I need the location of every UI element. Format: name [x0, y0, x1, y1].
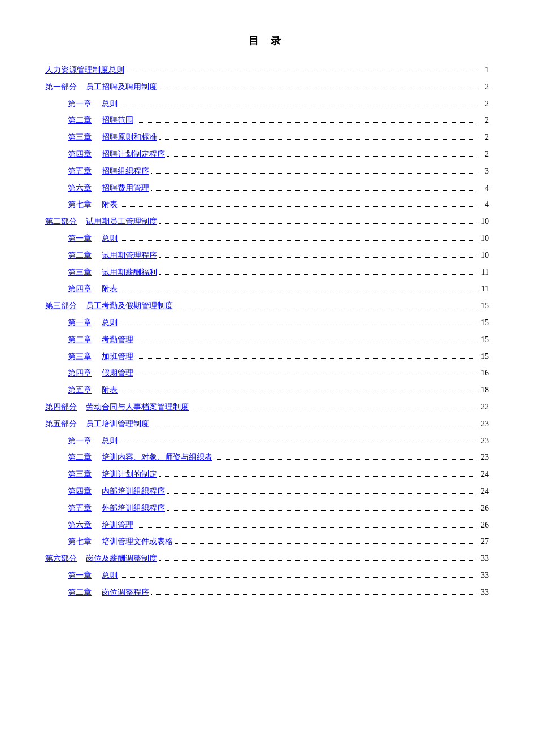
toc-entry-title[interactable]: 招聘费用管理: [102, 182, 149, 195]
list-item: 第二章岗位调整程序33: [45, 586, 489, 599]
page: 目 录 人力资源管理制度总则1第一部分员工招聘及聘用制度2第一章总则2第二章招聘…: [0, 0, 534, 756]
list-item: 第四部分劳动合同与人事档案管理制度22: [45, 400, 489, 414]
toc-section-label[interactable]: 第七章: [68, 198, 97, 211]
toc-entry-title[interactable]: 加班管理: [102, 350, 133, 364]
toc-section-label[interactable]: 第一章: [68, 232, 97, 245]
toc-page-number: 2: [477, 97, 489, 111]
toc-page-number: 11: [477, 266, 489, 279]
toc-section-label[interactable]: 第二章: [68, 333, 97, 347]
toc-section-label[interactable]: 第一章: [68, 97, 97, 111]
list-item: 人力资源管理制度总则1: [45, 63, 489, 77]
list-item: 第二章试用期管理程序10: [45, 249, 489, 262]
list-item: 第六部分岗位及薪酬调整制度33: [45, 552, 489, 565]
toc-entry-title[interactable]: 总则: [102, 434, 118, 448]
toc-section-label[interactable]: 第六部分: [45, 552, 81, 565]
toc-section-label[interactable]: 第三部分: [45, 299, 81, 313]
toc-page-number: 24: [477, 468, 489, 481]
toc-entry-title[interactable]: 假期管理: [102, 366, 133, 380]
toc-entry-title[interactable]: 试用期管理程序: [102, 249, 157, 262]
toc-dots: [151, 190, 475, 191]
toc-section-label[interactable]: 第四章: [68, 148, 97, 161]
toc-entry-title[interactable]: 外部培训组织程序: [102, 502, 165, 515]
toc-section-label[interactable]: 第四章: [68, 485, 97, 498]
toc-entry-title[interactable]: 总则: [102, 316, 118, 330]
toc-section-label[interactable]: 第二章: [68, 114, 97, 127]
list-item: 第六章招聘费用管理4: [45, 182, 489, 195]
toc-section-label[interactable]: 第一部分: [45, 80, 81, 94]
toc-entry-title[interactable]: 招聘组织程序: [102, 165, 149, 178]
toc-entry-title[interactable]: 附表: [102, 282, 118, 296]
toc-entry-title[interactable]: 员工培训管理制度: [86, 417, 149, 431]
toc-entry-title[interactable]: 培训管理: [102, 519, 133, 532]
toc-dots: [120, 577, 475, 578]
list-item: 第七章附表4: [45, 198, 489, 211]
toc-page-number: 4: [477, 182, 489, 195]
toc-section-label[interactable]: 第七章: [68, 535, 97, 548]
toc-entry-title[interactable]: 试用期薪酬福利: [102, 266, 157, 279]
toc-page-number: 2: [477, 131, 489, 144]
toc-page-number: 15: [477, 316, 489, 330]
toc-entry-title[interactable]: 岗位调整程序: [102, 586, 149, 599]
toc-page-number: 33: [477, 586, 489, 599]
toc-page-number: 23: [477, 434, 489, 448]
toc-entry-title[interactable]: 附表: [102, 198, 118, 211]
toc-section-label[interactable]: 第五章: [68, 165, 97, 178]
toc-section-label[interactable]: 第三章: [68, 131, 97, 144]
toc-entry-title[interactable]: 招聘计划制定程序: [102, 148, 165, 161]
toc-section-label[interactable]: 第二章: [68, 451, 97, 464]
toc-entry-title[interactable]: 总则: [102, 569, 118, 582]
toc-dots: [159, 223, 475, 224]
toc-section-label[interactable]: 第三章: [68, 266, 97, 279]
toc-entry-title[interactable]: 招聘范围: [102, 114, 133, 127]
toc-section-label[interactable]: 第五章: [68, 502, 97, 515]
toc-entry-title[interactable]: 考勤管理: [102, 333, 133, 347]
toc-entry-title[interactable]: 总则: [102, 97, 118, 111]
toc-entry-title[interactable]: 岗位及薪酬调整制度: [86, 552, 157, 565]
list-item: 第三部分员工考勤及假期管理制度15: [45, 299, 489, 313]
toc-section-label[interactable]: 第三章: [68, 468, 97, 481]
toc-entry-title[interactable]: 附表: [102, 383, 118, 397]
toc-section-label[interactable]: 第二部分: [45, 215, 81, 228]
toc-entry-title[interactable]: 劳动合同与人事档案管理制度: [86, 400, 189, 414]
toc-dots: [175, 308, 475, 308]
toc-page-number: 15: [477, 333, 489, 347]
toc-dots: [136, 342, 475, 342]
toc-page-number: 33: [477, 552, 489, 565]
toc-entry-title[interactable]: 人力资源管理制度总则: [45, 63, 124, 77]
toc-page-number: 2: [477, 148, 489, 161]
toc-dots: [167, 510, 475, 511]
toc-section-label[interactable]: 第六章: [68, 182, 97, 195]
toc-entry-title[interactable]: 培训计划的制定: [102, 468, 157, 481]
list-item: 第四章内部培训组织程序24: [45, 485, 489, 498]
toc-section-label[interactable]: 第四部分: [45, 400, 81, 414]
toc-dots: [120, 240, 475, 241]
toc-section-label[interactable]: 第六章: [68, 519, 97, 532]
toc-section-label[interactable]: 第一章: [68, 316, 97, 330]
toc-dots: [159, 274, 475, 275]
toc-section-label[interactable]: 第四章: [68, 282, 97, 296]
toc-entry-title[interactable]: 招聘原则和标准: [102, 131, 157, 144]
toc-section-label[interactable]: 第二章: [68, 586, 97, 599]
list-item: 第三章加班管理15: [45, 350, 489, 364]
toc-entry-title[interactable]: 培训管理文件或表格: [102, 535, 173, 548]
toc-section-label[interactable]: 第一章: [68, 569, 97, 582]
toc-section-label[interactable]: 第五章: [68, 383, 97, 397]
toc-section-label[interactable]: 第三章: [68, 350, 97, 364]
toc-page-number: 2: [477, 114, 489, 127]
toc-section-label[interactable]: 第一章: [68, 434, 97, 448]
list-item: 第四章附表11: [45, 282, 489, 296]
toc-dots: [159, 89, 475, 89]
toc-entry-title[interactable]: 试用期员工管理制度: [86, 215, 157, 228]
toc-section-label[interactable]: 第二章: [68, 249, 97, 262]
list-item: 第七章培训管理文件或表格27: [45, 535, 489, 548]
toc-entry-title[interactable]: 员工考勤及假期管理制度: [86, 299, 173, 313]
toc-entry-title[interactable]: 内部培训组织程序: [102, 485, 165, 498]
toc-entry-title[interactable]: 总则: [102, 232, 118, 245]
toc-entry-title[interactable]: 员工招聘及聘用制度: [86, 80, 157, 94]
toc-dots: [159, 257, 475, 258]
toc-entry-title[interactable]: 培训内容、对象、师资与组织者: [102, 451, 212, 464]
toc-section-label[interactable]: 第五部分: [45, 417, 81, 431]
toc-section-label[interactable]: 第四章: [68, 366, 97, 380]
toc-dots: [215, 459, 475, 460]
toc-container: 人力资源管理制度总则1第一部分员工招聘及聘用制度2第一章总则2第二章招聘范围2第…: [45, 63, 489, 599]
